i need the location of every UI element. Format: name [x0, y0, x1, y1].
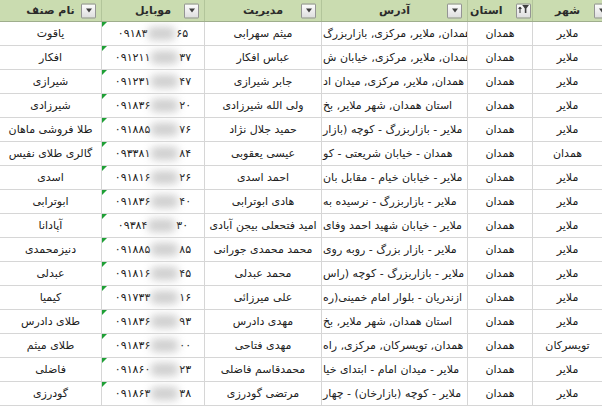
cell-city[interactable]: ملایر — [533, 238, 602, 261]
cell-mobile[interactable]: ۰۹۱۸۳۶۴۰ — [102, 190, 205, 213]
cell-province[interactable]: همدان — [468, 94, 533, 117]
cell-city[interactable]: ملایر — [533, 22, 602, 45]
cell-province[interactable]: همدان — [468, 262, 533, 285]
cell-manager[interactable]: مرتضی گودرزی — [205, 382, 322, 405]
cell-province[interactable]: همدان — [468, 310, 533, 333]
cell-province[interactable]: همدان — [468, 286, 533, 309]
cell-shop-name[interactable]: ابوترابی — [0, 190, 102, 213]
cell-manager[interactable]: جابر شیرازی — [205, 70, 322, 93]
filter-dropdown-button[interactable] — [301, 3, 316, 18]
cell-province[interactable]: همدان — [468, 70, 533, 93]
cell-province[interactable]: همدان — [468, 238, 533, 261]
cell-address[interactable]: همدان, ملایر, مرکزی, خیابان ش — [322, 46, 468, 69]
column-header-manager[interactable]: مدیریت — [205, 0, 322, 21]
cell-mobile[interactable]: ۰۹۱۸۸۵۷۶ — [102, 118, 205, 141]
cell-city[interactable]: ملایر — [533, 310, 602, 333]
cell-city[interactable]: تویسرکان — [533, 334, 602, 357]
cell-mobile[interactable]: ۰۹۱۸۳۶۰۰ — [102, 334, 205, 357]
cell-manager[interactable]: احمد اسدی — [205, 166, 322, 189]
cell-shop-name[interactable]: طلای میثم — [0, 334, 102, 357]
cell-address[interactable]: استان همدان, شهر ملایر, بخ — [322, 94, 468, 117]
cell-shop-name[interactable]: اسدی — [0, 166, 102, 189]
cell-shop-name[interactable]: افکار — [0, 46, 102, 69]
cell-city[interactable]: ملایر — [533, 382, 602, 405]
cell-city[interactable]: ملایر — [533, 70, 602, 93]
cell-shop-name[interactable]: شیرزادی — [0, 94, 102, 117]
cell-province[interactable]: همدان — [468, 358, 533, 381]
filter-dropdown-button[interactable] — [594, 3, 602, 18]
filter-dropdown-button[interactable] — [447, 3, 462, 18]
cell-manager[interactable]: مهدی فتاحی — [205, 334, 322, 357]
cell-shop-name[interactable]: شیرازی — [0, 70, 102, 93]
cell-province[interactable]: همدان — [468, 22, 533, 45]
cell-province[interactable]: همدان — [468, 382, 533, 405]
cell-manager[interactable]: محمد عبدلی — [205, 262, 322, 285]
cell-mobile[interactable]: ۰۹۱۸۳۶۵ — [102, 22, 205, 45]
cell-city[interactable]: ملایر — [533, 46, 602, 69]
cell-address[interactable]: ملایر - کوچه (بازارخان) - چهار — [322, 382, 468, 405]
column-header-address[interactable]: آدرس — [322, 0, 468, 21]
cell-address[interactable]: ملایر - بازاربزرگ - کوچه (راس — [322, 262, 468, 285]
cell-shop-name[interactable]: دنیزمحمدی — [0, 238, 102, 261]
filter-dropdown-button[interactable] — [81, 3, 96, 18]
cell-shop-name[interactable]: فاضلی — [0, 358, 102, 381]
cell-mobile[interactable]: ۰۹۱۸۱۶۴۵ — [102, 262, 205, 285]
cell-address[interactable]: همدان, تویسرکان, مرکزی, راه — [322, 334, 468, 357]
cell-province[interactable]: همدان — [468, 46, 533, 69]
cell-address[interactable]: ملایر - خیابان شهید احمد وفای — [322, 214, 468, 237]
cell-city[interactable]: ملایر — [533, 262, 602, 285]
cell-city[interactable]: ملایر — [533, 286, 602, 309]
cell-mobile[interactable]: ۰۹۱۸۶۳۳۸ — [102, 382, 205, 405]
column-header-city[interactable]: شهر — [533, 0, 602, 21]
cell-manager[interactable]: عیسی یعقوبی — [205, 142, 322, 165]
cell-address[interactable]: ازندریان - بلوار امام خمینی(ره — [322, 286, 468, 309]
cell-province[interactable]: همدان — [468, 142, 533, 165]
cell-province[interactable]: همدان — [468, 118, 533, 141]
cell-mobile[interactable]: ۰۹۱۷۳۳۱۶ — [102, 286, 205, 309]
filter-dropdown-button[interactable] — [184, 3, 199, 18]
cell-city[interactable]: ملایر — [533, 94, 602, 117]
cell-shop-name[interactable]: یاقوت — [0, 22, 102, 45]
cell-address[interactable]: استان همدان, شهر ملایر, بخ — [322, 310, 468, 333]
cell-manager[interactable]: میثم سهرابی — [205, 22, 322, 45]
cell-shop-name[interactable]: گودرزی — [0, 382, 102, 405]
column-header-mobile[interactable]: موبایل — [102, 0, 205, 21]
cell-manager[interactable]: هادی ابوترابی — [205, 190, 322, 213]
sort-filter-button[interactable] — [516, 3, 531, 18]
cell-address[interactable]: همدان, ملایر, مرکزی, بازاربزرگ — [322, 22, 468, 45]
cell-manager[interactable]: ولی الله شیرزادی — [205, 94, 322, 117]
cell-address[interactable]: همدان - خیابان شریعتی - کو — [322, 142, 468, 165]
cell-shop-name[interactable]: آپادانا — [0, 214, 102, 237]
cell-city[interactable]: ملایر — [533, 166, 602, 189]
cell-mobile[interactable]: ۰۹۱۲۳۱۴۷ — [102, 70, 205, 93]
cell-mobile[interactable]: ۰۹۳۸۴۳۰ — [102, 214, 205, 237]
cell-city[interactable]: ملایر — [533, 190, 602, 213]
cell-province[interactable]: همدان — [468, 166, 533, 189]
cell-province[interactable]: همدان — [468, 214, 533, 237]
cell-manager[interactable]: عباس افکار — [205, 46, 322, 69]
cell-address[interactable]: ملایر - میدان امام - ابتدای خیا — [322, 358, 468, 381]
cell-shop-name[interactable]: طلای دادرس — [0, 310, 102, 333]
cell-mobile[interactable]: ۰۹۱۸۳۶۹۳ — [102, 310, 205, 333]
cell-mobile[interactable]: ۰۹۱۸۸۵۸۵ — [102, 238, 205, 261]
cell-city[interactable]: ملایر — [533, 214, 602, 237]
cell-shop-name[interactable]: عبدلی — [0, 262, 102, 285]
cell-manager[interactable]: محمد محمدی جورانی — [205, 238, 322, 261]
column-header-shop[interactable]: نام صنف — [0, 0, 102, 21]
cell-manager[interactable]: امید فتحعلی بیجن آبادی — [205, 214, 322, 237]
cell-manager[interactable]: علی میرزائی — [205, 286, 322, 309]
cell-shop-name[interactable]: طلا فروشی ماهان — [0, 118, 102, 141]
cell-city[interactable]: همدان — [533, 142, 602, 165]
cell-province[interactable]: همدان — [468, 190, 533, 213]
cell-mobile[interactable]: ۰۹۱۸۶۰۲۳ — [102, 358, 205, 381]
cell-address[interactable]: ملایر - خیابان خیام - مقابل بان — [322, 166, 468, 189]
cell-address[interactable]: ملایر - بازار بزرگ - روبه روی — [322, 238, 468, 261]
cell-mobile[interactable]: ۰۹۱۸۳۶۲۰ — [102, 94, 205, 117]
cell-shop-name[interactable]: کیمیا — [0, 286, 102, 309]
cell-manager[interactable]: مهدی دادرس — [205, 310, 322, 333]
cell-province[interactable]: همدان — [468, 334, 533, 357]
cell-manager[interactable]: محمدقاسم فاضلی — [205, 358, 322, 381]
cell-address[interactable]: همدان, ملایر, مرکزی, میدان اد — [322, 70, 468, 93]
cell-address[interactable]: ملایر - بازاربزرگ - نرسیده به — [322, 190, 468, 213]
cell-city[interactable]: ملایر — [533, 358, 602, 381]
